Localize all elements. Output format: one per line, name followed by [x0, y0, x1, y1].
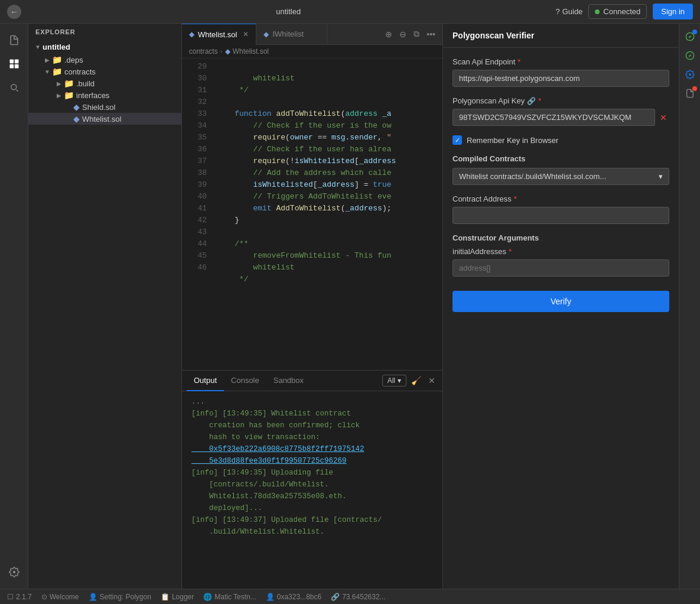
svg-rect-2: [9, 64, 14, 69]
statusbar-version[interactable]: ☐ 2.1.7: [7, 593, 32, 601]
statusbar-address[interactable]: 👤 0xa323...8bc6: [266, 593, 321, 601]
contract-address-label: Contract Address *: [452, 194, 669, 203]
constructor-args-group: Constructor Arguments initialAddresses *: [452, 233, 669, 277]
output-tab-sandbox[interactable]: Sandbox: [266, 371, 311, 391]
activitybar-search-icon[interactable]: [4, 77, 25, 98]
connected-dot-icon: [595, 9, 600, 14]
breadcrumb-contracts[interactable]: contracts: [189, 47, 218, 56]
sidebar-item-whtelist[interactable]: ▶ ◆ Whtelist.sol: [28, 113, 181, 125]
chevron-right-icon: ▶: [54, 92, 64, 99]
tab-whtelist[interactable]: ◆ Whtelist.sol ✕: [182, 24, 256, 45]
clear-api-key-icon[interactable]: ✕: [657, 111, 669, 125]
statusbar-setting[interactable]: 👤 Setting: Polygon: [89, 593, 151, 601]
output-line-1: [info] [13:49:35] Whitelist contract: [191, 408, 433, 420]
sidebar-item-build[interactable]: ▶ 📁 .build: [28, 77, 181, 89]
right-icon-check-2[interactable]: [682, 47, 698, 64]
globe-icon: 🌐: [203, 593, 212, 601]
breadcrumb-file[interactable]: Whtelist.sol: [233, 47, 269, 56]
output-tab-output[interactable]: Output: [187, 371, 224, 391]
line-numbers: 29 30 31 32 33 34 35 36 37 38 39 40 41 4…: [182, 59, 211, 370]
right-panel: Polygonscan Verifier Scan Api Endpoint *…: [442, 24, 679, 589]
sol-tab-icon: ◆: [263, 30, 269, 38]
more-actions-icon[interactable]: •••: [424, 28, 438, 40]
sidebar-item-shield[interactable]: ▶ ◆ Shield.sol: [28, 101, 181, 113]
output-tabs-bar: Output Console Sandbox All ▾ 🧹 ✕: [182, 371, 442, 391]
statusbar-balance[interactable]: 🔗 73.6452632...: [331, 593, 385, 601]
api-key-group: Polygonscan Api Key 🔗 * ✕: [452, 96, 669, 126]
activitybar-explorer-icon[interactable]: [4, 53, 25, 74]
breadcrumb: contracts › ◆ Whtelist.sol: [182, 45, 442, 59]
right-panel-header: Polygonscan Verifier: [443, 24, 679, 48]
breadcrumb-separator: ›: [220, 47, 223, 56]
person-icon: 👤: [89, 593, 97, 601]
activitybar-settings-icon[interactable]: [4, 561, 25, 583]
connected-button[interactable]: Connected: [588, 4, 647, 19]
output-tab-console[interactable]: Console: [224, 371, 266, 391]
statusbar-network[interactable]: 🌐 Matic Testn...: [203, 593, 256, 601]
activitybar-files-icon[interactable]: [4, 30, 25, 51]
output-ellipsis: ...: [191, 396, 433, 408]
zoom-in-icon[interactable]: ⊕: [383, 28, 395, 40]
right-icon-document[interactable]: [682, 85, 698, 102]
statusbar-welcome[interactable]: ⊙ Welcome: [41, 593, 79, 601]
output-line-8: Whitelist.78dd3ea257535e08.eth.: [191, 491, 433, 502]
required-marker: *: [517, 57, 520, 66]
clear-output-icon[interactable]: 🧹: [409, 375, 424, 387]
sidebar-item-interfaces[interactable]: ▶ 📁 interfaces: [28, 89, 181, 101]
statusbar-logger[interactable]: 📋 Logger: [161, 593, 194, 601]
sol-tab-icon: ◆: [189, 30, 194, 38]
folder-icon: 📁: [52, 67, 62, 76]
badge-blue: [692, 30, 697, 34]
svg-rect-3: [14, 64, 18, 69]
output-actions: All ▾ 🧹 ✕: [382, 375, 438, 387]
remember-key-row[interactable]: ✓ Remember Key in Browser: [452, 135, 669, 145]
contract-address-input[interactable]: [452, 207, 669, 224]
signin-button[interactable]: Sign in: [653, 4, 693, 20]
sol-file-icon: ◆: [73, 102, 80, 112]
sidebar-item-root[interactable]: ▼ untitled: [28, 40, 181, 54]
split-editor-icon[interactable]: ⧉: [411, 28, 422, 40]
guide-button[interactable]: ? Guide: [555, 7, 582, 16]
editor-main: ◆ Whtelist.sol ✕ ◆ IWhitelist ⊕ ⊖ ⧉ ••• …: [182, 24, 442, 589]
output-line-4[interactable]: 0x5f33eb222a6908c8775b8f2ff71975142: [191, 443, 433, 455]
remember-key-checkbox[interactable]: ✓: [452, 135, 462, 145]
required-marker: *: [514, 194, 517, 203]
compiled-contracts-select[interactable]: Whitelist contracts/.build/Whtelist.sol.…: [452, 168, 669, 185]
sidebar-item-deps[interactable]: ▶ 📁 .deps: [28, 54, 181, 66]
required-marker: *: [509, 247, 512, 256]
chevron-down-icon: ▾: [398, 376, 401, 385]
zoom-out-icon[interactable]: ⊖: [397, 28, 409, 40]
close-tab-button[interactable]: ✕: [243, 30, 249, 38]
right-icons-panel: [679, 24, 700, 589]
topbar-left: ←: [7, 5, 21, 19]
initial-addresses-label: initialAddresses *: [452, 247, 669, 256]
tab-label-iwhitelist: IWhitelist: [272, 30, 304, 38]
right-icon-check-1[interactable]: [682, 28, 698, 45]
tabs-bar: ◆ Whtelist.sol ✕ ◆ IWhitelist ⊕ ⊖ ⧉ •••: [182, 24, 442, 45]
output-line-3: hash to view transaction:: [191, 431, 433, 443]
code-editor[interactable]: 29 30 31 32 33 34 35 36 37 38 39 40 41 4…: [182, 59, 442, 370]
initial-addresses-input[interactable]: [452, 259, 669, 277]
output-line-5[interactable]: 5e3d8d88fee3d0f1f99507725c96269: [191, 455, 433, 467]
output-filter-dropdown[interactable]: All ▾: [382, 375, 406, 387]
wallet-icon: 👤: [266, 593, 275, 601]
code-content[interactable]: whitelist */ function addToWhitelist(add…: [211, 59, 442, 370]
right-icon-settings[interactable]: [682, 66, 698, 83]
api-key-input[interactable]: [452, 109, 655, 126]
external-link-icon[interactable]: 🔗: [527, 97, 536, 105]
close-output-icon[interactable]: ✕: [426, 375, 438, 387]
output-line-6: [info] [13:49:35] Uploading file: [191, 467, 433, 479]
scan-api-input[interactable]: [452, 70, 669, 87]
sidebar-tree: ▼ untitled ▶ 📁 .deps ▼ 📁 contracts ▶ 📁 .…: [28, 40, 181, 589]
chevron-right-icon: ▶: [43, 57, 52, 63]
output-line-10: [info] [13:49:37] Uploaded file [contrac…: [191, 514, 433, 526]
tab-iwhitelist[interactable]: ◆ IWhitelist: [256, 24, 327, 45]
output-line-7: [contracts/.build/Whtelist.: [191, 479, 433, 491]
verify-button[interactable]: Verify: [452, 291, 669, 312]
sidebar-item-contracts[interactable]: ▼ 📁 contracts: [28, 66, 181, 77]
required-marker: *: [538, 96, 541, 105]
activitybar-bottom: [4, 560, 25, 584]
back-button[interactable]: ←: [7, 5, 21, 19]
compiled-contracts-value: Whitelist contracts/.build/Whtelist.sol.…: [459, 172, 606, 181]
tab-actions: ⊕ ⊖ ⧉ •••: [383, 28, 442, 40]
